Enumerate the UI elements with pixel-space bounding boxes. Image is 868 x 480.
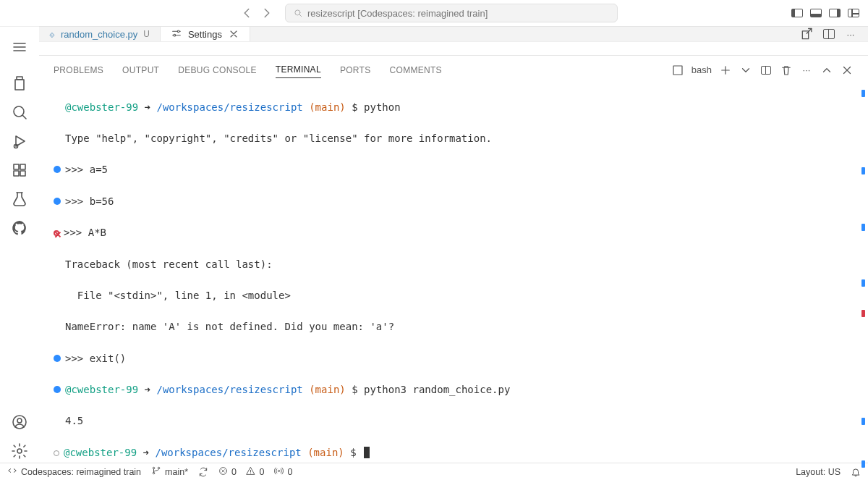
svg-point-9 [17,449,22,453]
svg-rect-4 [20,164,25,169]
panel-tab-output[interactable]: OUTPUT [122,62,159,78]
term-user: @cwebster-99 [65,101,138,113]
close-panel-icon[interactable] [841,64,854,77]
term-branch: (main) [302,447,344,458]
panel-tabs: PROBLEMS OUTPUT DEBUG CONSOLE TERMINAL P… [39,56,868,81]
github-icon[interactable] [8,216,31,240]
forward-icon[interactable] [259,5,275,21]
account-icon[interactable] [8,410,31,434]
terminal-cursor [364,447,370,458]
editor-area: ⟐ random_choice.py U Settings ··· 8 Sett… [39,26,868,463]
search-icon[interactable] [8,101,31,124]
kill-terminal-icon[interactable] [780,64,793,77]
term-user: @cwebster-99 [64,447,137,458]
terminal-output[interactable]: @cwebster-99 ➜ /workspaces/resizescript … [39,81,868,480]
term-path: /workspaces/resizescript [155,447,301,458]
testing-icon[interactable] [8,188,31,211]
term-cmd: $ python3 random_choice.py [346,384,511,395]
settings-icon [171,28,182,41]
term-line: >>> b=56 [65,195,114,207]
panel-tab-terminal[interactable]: TERMINAL [276,62,321,78]
maximize-panel-icon[interactable] [820,64,833,77]
svg-point-11 [174,34,176,36]
svg-rect-5 [14,171,19,176]
bottom-panel: PROBLEMS OUTPUT DEBUG CONSOLE TERMINAL P… [39,55,868,480]
term-arrow: ➜ [138,101,156,113]
layout-icon-2[interactable] [809,6,823,20]
more-icon[interactable]: ··· [800,64,813,77]
term-line: Type "help", "copyright", "credits" or "… [54,131,854,147]
customize-layout-icon[interactable] [846,6,861,20]
command-center-text: resizescript [Codespaces: reimagined tra… [307,8,488,19]
titlebar-right [790,6,861,20]
term-branch: (main) [303,101,346,113]
shell-icon [671,64,684,77]
panel-tab-ports[interactable]: PORTS [340,62,371,78]
extensions-icon[interactable] [8,159,31,182]
svg-point-8 [17,418,22,423]
terminal-dropdown-icon[interactable] [739,64,752,77]
tab-random-choice[interactable]: ⟐ random_choice.py U [39,27,160,41]
term-line: NameError: name 'A' is not defined. Did … [54,319,854,335]
python-file-icon: ⟐ [49,29,55,40]
term-path: /workspaces/resizescript [156,101,302,113]
svg-rect-14 [673,66,682,75]
term-line: >>> exit() [65,353,126,364]
cmd-success-dot-icon[interactable] [54,166,61,173]
term-line: File "<stdin>", line 1, in <module> [54,288,854,304]
layout-icon-3[interactable] [827,6,842,20]
back-icon[interactable] [239,5,255,21]
run-debug-icon[interactable] [8,130,31,153]
svg-point-10 [177,30,179,33]
panel-actions: bash ··· [671,64,854,77]
editor-tabs: ⟐ random_choice.py U Settings ··· [39,27,868,42]
tab-label: random_choice.py [61,29,137,40]
svg-rect-3 [14,164,19,169]
split-terminal-icon[interactable] [760,64,773,77]
tab-label: Settings [188,29,222,40]
term-path: /workspaces/resizescript [156,384,302,395]
term-arrow: ➜ [137,447,155,458]
svg-rect-6 [20,171,25,176]
cmd-success-dot-icon[interactable] [54,198,61,205]
new-terminal-icon[interactable] [719,64,732,77]
panel-tab-debug[interactable]: DEBUG CONSOLE [178,62,257,78]
term-line: >>> A*B [64,227,106,238]
search-icon [293,8,303,18]
term-arrow: ➜ [138,384,156,395]
terminal-overview-ruler [861,81,865,480]
menu-icon[interactable] [8,35,31,59]
settings-editor: 8 Settings Found User Remote [Codespaces… [39,42,868,55]
command-center-search[interactable]: resizescript [Codespaces: reimagined tra… [285,4,618,22]
shell-name[interactable]: bash [692,64,712,75]
panel-tab-comments[interactable]: COMMENTS [390,62,442,78]
nav-arrows [239,5,275,21]
layout-icon-1[interactable] [790,6,804,20]
svg-point-0 [295,10,300,15]
settings-gear-icon[interactable] [8,439,31,463]
term-line: Traceback (most recent call last): [54,257,854,273]
tab-settings[interactable]: Settings [160,27,250,41]
main-row: ⟐ random_choice.py U Settings ··· 8 Sett… [0,26,868,463]
close-icon[interactable] [228,28,239,40]
tab-dirty-indicator: U [143,29,150,39]
open-settings-json-icon[interactable] [800,27,814,41]
term-line: 4.5 [54,413,854,429]
cmd-running-dot-icon[interactable] [54,450,59,456]
term-branch: (main) [303,384,346,395]
split-editor-icon[interactable] [822,27,836,41]
more-actions-icon[interactable]: ··· [843,27,858,41]
remote-icon [7,466,17,478]
cmd-success-dot-icon[interactable] [54,386,61,393]
explorer-icon[interactable] [8,72,31,95]
term-cmd: $ python [346,101,401,113]
panel-tab-problems[interactable]: PROBLEMS [54,62,103,78]
activity-bar [0,26,39,463]
term-prompt: $ [344,447,362,458]
editor-actions: ··· [800,27,868,41]
term-line: >>> a=5 [65,164,108,175]
cmd-success-dot-icon[interactable] [54,355,61,362]
cmd-error-dot-icon[interactable] [54,230,59,236]
title-bar: resizescript [Codespaces: reimagined tra… [0,0,868,26]
term-user: @cwebster-99 [65,384,138,395]
